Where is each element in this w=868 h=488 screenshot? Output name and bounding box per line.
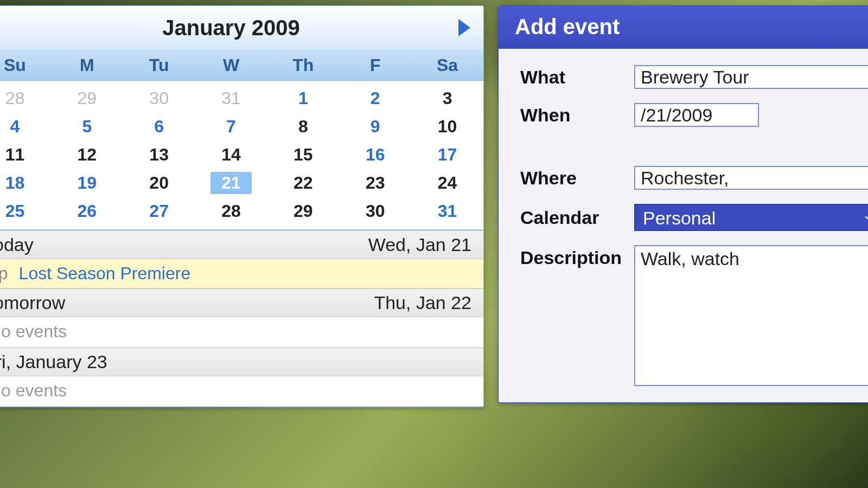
weekday-f: F: [339, 50, 411, 80]
day-24[interactable]: 24: [411, 169, 483, 197]
calendar-month-title: January 2009: [162, 16, 300, 40]
calendar-select[interactable]: Personal: [634, 204, 868, 231]
what-label: What: [520, 67, 634, 88]
where-input[interactable]: [634, 166, 868, 190]
weekday-tu: Tu: [123, 50, 195, 80]
day-4[interactable]: 4: [0, 112, 51, 140]
description-label: Description: [520, 245, 634, 268]
day-11[interactable]: 11: [0, 140, 51, 169]
day-12[interactable]: 12: [51, 140, 123, 169]
day-5[interactable]: 5: [51, 112, 123, 140]
calendar-label: Calendar: [520, 207, 634, 228]
day-9[interactable]: 9: [339, 112, 411, 140]
where-label: Where: [520, 168, 634, 189]
when-label: When: [520, 105, 634, 126]
weekday-w: W: [195, 50, 267, 80]
day-17[interactable]: 17: [411, 140, 483, 169]
calendar-panel: January 2009 SuMTuWThFSa 282930311234567…: [0, 5, 484, 407]
day-22[interactable]: 22: [267, 169, 339, 197]
day-2[interactable]: 2: [339, 84, 411, 112]
day-31[interactable]: 31: [411, 197, 483, 225]
agenda-header-0: TodayWed, Jan 21: [0, 230, 483, 259]
agenda-event-0-0[interactable]: 8pLost Season Premiere: [0, 259, 483, 288]
day-31[interactable]: 31: [195, 84, 267, 112]
day-3[interactable]: 3: [411, 84, 483, 112]
day-30[interactable]: 30: [123, 84, 195, 112]
agenda-section: TodayWed, Jan 218pLost Season PremiereTo…: [0, 229, 483, 407]
day-21[interactable]: 21: [195, 169, 267, 197]
next-month-icon[interactable]: [458, 19, 470, 36]
calendar-title-bar: January 2009: [0, 6, 483, 50]
day-15[interactable]: 15: [267, 140, 339, 169]
day-29[interactable]: 29: [267, 197, 339, 225]
day-28[interactable]: 28: [195, 197, 267, 225]
day-29[interactable]: 29: [51, 84, 123, 112]
add-event-form: What When Where Calendar Personal Descri…: [499, 49, 868, 402]
day-30[interactable]: 30: [339, 197, 411, 225]
day-8[interactable]: 8: [267, 112, 339, 140]
description-textarea[interactable]: [634, 245, 868, 386]
day-19[interactable]: 19: [51, 169, 123, 197]
add-event-title: Add event: [499, 6, 868, 49]
day-10[interactable]: 10: [411, 112, 483, 140]
what-input[interactable]: [634, 65, 868, 89]
add-event-panel: Add event What When Where Calendar Perso…: [498, 5, 868, 403]
day-26[interactable]: 26: [51, 197, 123, 225]
agenda-header-2: Fri, January 23: [0, 348, 483, 376]
calendar-grid: 2829303112345678910111213141516171819202…: [0, 81, 483, 229]
weekday-header-row: SuMTuWThFSa: [0, 50, 483, 81]
agenda-empty-2: No events: [0, 376, 483, 407]
day-28[interactable]: 28: [0, 84, 51, 112]
day-20[interactable]: 20: [123, 169, 195, 197]
agenda-event-time: 8p: [0, 264, 8, 284]
agenda-event-title: Lost Season Premiere: [19, 264, 191, 284]
day-23[interactable]: 23: [339, 169, 411, 197]
weekday-m: M: [51, 50, 123, 80]
agenda-empty-1: No events: [0, 317, 483, 348]
day-6[interactable]: 6: [123, 112, 195, 140]
weekday-su: Su: [0, 50, 51, 80]
day-7[interactable]: 7: [195, 112, 267, 140]
agenda-header-1: TomorrowThu, Jan 22: [0, 288, 483, 317]
day-1[interactable]: 1: [267, 84, 339, 112]
weekday-th: Th: [267, 50, 339, 80]
day-27[interactable]: 27: [123, 197, 195, 225]
day-25[interactable]: 25: [0, 197, 51, 225]
weekday-sa: Sa: [411, 50, 483, 80]
day-18[interactable]: 18: [0, 169, 51, 197]
when-date-input[interactable]: [634, 103, 759, 127]
day-14[interactable]: 14: [195, 140, 267, 169]
when-row: [634, 103, 868, 127]
day-16[interactable]: 16: [339, 140, 411, 169]
day-13[interactable]: 13: [123, 140, 195, 169]
